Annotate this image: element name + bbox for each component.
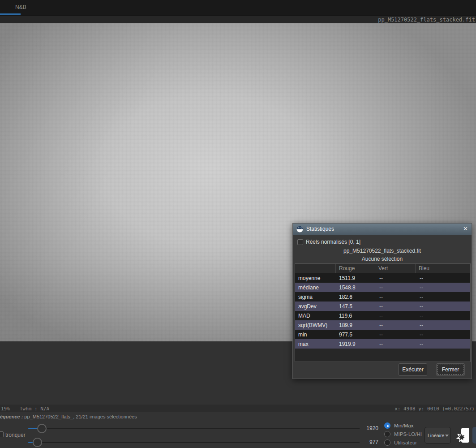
sequence-label: équence : <box>0 414 23 419</box>
zoom-level: 19% <box>1 406 10 412</box>
table-row[interactable]: médiane 1548.8 -- -- <box>295 283 470 292</box>
column-header-rouge[interactable]: Rouge <box>336 264 375 273</box>
fwhm-readout: fwhm : N/A <box>20 406 49 412</box>
close-icon[interactable]: ✕ <box>463 225 468 232</box>
dialog-titlebar[interactable]: Statistiques ✕ <box>293 224 472 235</box>
table-row[interactable]: moyenne 1511.9 -- -- <box>295 273 470 283</box>
sequence-info: pp_M51270522_flats_, 21/21 images sélect… <box>24 414 137 419</box>
dialog-title: Statistiques <box>306 226 334 232</box>
display-controls: tronquer 1920 977 Min/Max MIPS-LO/HI Uti… <box>0 421 476 448</box>
execute-button[interactable]: Exécuter <box>399 363 427 376</box>
truncate-checkbox[interactable] <box>0 431 4 437</box>
star-detection-button[interactable] <box>455 427 473 444</box>
hi-slider-fill <box>28 428 38 429</box>
sequence-bar: équence : pp_M51270522_flats_, 21/21 ima… <box>0 412 476 421</box>
dialog-selection-info: Aucune sélection <box>293 256 472 262</box>
radio-minmax-label: Min/Max <box>394 423 413 428</box>
column-header-empty[interactable] <box>295 264 336 273</box>
lo-value[interactable]: 977 <box>356 439 378 445</box>
siril-logo-icon <box>296 226 303 233</box>
table-row[interactable]: min 977.5 -- -- <box>295 330 470 339</box>
filename-bar: pp_M51270522_flats_stacked.fit <box>0 15 476 23</box>
image-filename: pp_M51270522_flats_stacked.fit <box>378 17 475 23</box>
truncate-label: tronquer <box>5 432 26 438</box>
table-row[interactable]: avgDev 147.5 -- -- <box>295 302 470 311</box>
cursor-coordinates: x: 4908 y: 0010 (=0.022757) <box>395 406 475 412</box>
radio-mips-circle[interactable] <box>384 431 390 437</box>
tab-bar: N&B <box>0 0 476 15</box>
normalized-checkbox-label: Réels normalisés [0, 1] <box>306 239 360 245</box>
column-header-bleu[interactable]: Bleu <box>416 264 470 273</box>
table-row[interactable]: sigma 182.6 -- -- <box>295 292 470 302</box>
lo-slider-track[interactable] <box>28 442 360 443</box>
tab-nb[interactable]: N&B <box>15 4 26 10</box>
status-bar: 19% fwhm : N/A x: 4908 y: 0010 (=0.02275… <box>0 405 476 412</box>
hi-value[interactable]: 1920 <box>356 425 378 431</box>
edge-panel-button[interactable] <box>472 427 476 444</box>
scale-mode-dropdown[interactable]: Linéaire <box>425 427 451 444</box>
radio-user-label: Utilisateur <box>394 440 417 445</box>
close-button[interactable]: Fermer <box>436 363 465 376</box>
siril-window: N&B pp_M51270522_flats_stacked.fit 19% f… <box>0 0 476 448</box>
statistics-dialog: Statistiques ✕ Réels normalisés [0, 1] p… <box>292 223 472 379</box>
hi-slider-handle[interactable] <box>37 424 47 433</box>
scale-mode-value: Linéaire <box>428 433 444 438</box>
table-row[interactable]: sqrt(BWMV) 189.9 -- -- <box>295 320 470 330</box>
chevron-down-icon <box>445 435 449 437</box>
lo-slider-handle[interactable] <box>33 438 42 447</box>
table-row[interactable]: MAD 119.6 -- -- <box>295 311 470 320</box>
column-header-vert[interactable]: Vert <box>375 264 416 273</box>
radio-user-circle[interactable] <box>384 439 390 446</box>
radio-minmax-circle[interactable] <box>384 422 390 429</box>
star-icon <box>455 427 473 444</box>
dialog-filename: pp_M51270522_flats_stacked.fit <box>293 248 472 254</box>
statistics-table: Rouge Vert Bleu moyenne 1511.9 -- -- méd… <box>295 263 471 362</box>
hi-slider-track[interactable] <box>28 428 360 429</box>
table-row[interactable]: max 1919.9 -- -- <box>295 339 470 349</box>
radio-mips-label: MIPS-LO/HI <box>394 431 422 437</box>
normalized-checkbox[interactable] <box>297 239 303 245</box>
table-header: Rouge Vert Bleu <box>295 264 470 273</box>
lo-slider-fill <box>28 442 33 443</box>
